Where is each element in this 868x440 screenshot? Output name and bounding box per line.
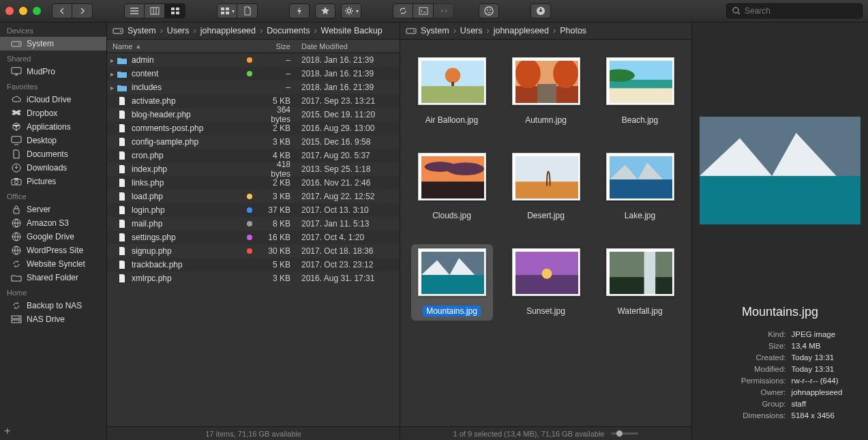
svg-point-33 — [120, 31, 121, 32]
file-list: ▸admin–2018. Jan 16. 21:39▸content–2018.… — [107, 53, 400, 426]
breadcrumb-item[interactable]: System — [421, 26, 449, 35]
sidebar-item-wordpress-site[interactable]: WordPress Site — [0, 244, 106, 257]
thumbnail-frame — [512, 248, 580, 296]
close-window-button[interactable] — [5, 7, 14, 15]
sidebar-item-website-synclet[interactable]: Website Synclet — [0, 257, 106, 271]
sidebar-item-system[interactable]: System — [0, 37, 106, 50]
file-size: – — [255, 83, 297, 92]
thumbnail-item[interactable]: Lake.jpg — [599, 149, 681, 225]
sync-button[interactable] — [393, 3, 413, 18]
thumbnail-item[interactable]: Mountains.jpg — [411, 244, 493, 321]
disclosure-triangle-icon[interactable]: ▸ — [107, 57, 117, 64]
file-row[interactable]: settings.php16 KB2017. Oct 4. 1:20 — [107, 231, 400, 244]
new-file-button[interactable] — [237, 3, 258, 18]
col-size[interactable]: Size — [244, 42, 297, 50]
file-row[interactable]: ▸includes–2018. Jan 16. 21:39 — [107, 80, 400, 94]
zoom-window-button[interactable] — [33, 7, 41, 15]
file-row[interactable]: links.php2 KB2016. Nov 21. 2:46 — [107, 176, 400, 190]
view-icons-button[interactable] — [165, 3, 185, 18]
thumbnail-item[interactable]: Sunset.jpg — [505, 244, 587, 321]
file-row[interactable]: ▸content–2018. Jan 16. 21:39 — [107, 67, 400, 80]
sidebar-item-applications[interactable]: Applications — [0, 120, 106, 134]
add-location-button[interactable]: + — [4, 425, 10, 437]
breadcrumb-item[interactable]: johnappleseed — [200, 26, 256, 35]
thumbnail-item[interactable]: Autumn.jpg — [505, 53, 587, 130]
file-row[interactable]: ▸admin–2018. Jan 16. 21:39 — [107, 53, 400, 67]
sidebar-item-label: WordPress Site — [27, 246, 83, 255]
file-name: xmlrpc.php — [132, 274, 244, 283]
breadcrumb-item[interactable]: Users — [167, 26, 190, 35]
file-row[interactable]: activate.php5 KB2017. Sep 23. 13:21 — [107, 94, 400, 108]
preview-title: Mountains.jpg — [742, 305, 818, 319]
arrange-button[interactable]: ▾ — [217, 3, 237, 18]
sidebar-item-downloads[interactable]: Downloads — [0, 161, 106, 175]
sidebar-item-shared-folder[interactable]: Shared Folder — [0, 271, 106, 284]
file-date: 2017. Oct 4. 1:20 — [297, 233, 400, 242]
file-row[interactable]: signup.php30 KB2017. Oct 18. 18:36 — [107, 244, 400, 258]
breadcrumb-item[interactable]: Website Backup — [321, 26, 383, 35]
file-row[interactable]: index.php418 bytes2013. Sep 25. 1:18 — [107, 162, 400, 176]
batch-button[interactable] — [434, 3, 454, 18]
thumbnail-item[interactable]: Beach.jpg — [599, 53, 681, 130]
search-field[interactable] — [726, 3, 863, 18]
breadcrumb-item[interactable]: johnappleseed — [494, 26, 549, 35]
thumbnail-item[interactable]: Desert.jpg — [505, 149, 587, 225]
sidebar-item-pictures[interactable]: Pictures — [0, 175, 106, 188]
disclosure-triangle-icon[interactable]: ▸ — [107, 84, 117, 91]
thumbnail-item[interactable]: Air Balloon.jpg — [411, 53, 493, 130]
search-input[interactable] — [745, 6, 856, 16]
file-date: 2015. Dec 16. 9:58 — [297, 137, 400, 147]
back-button[interactable] — [52, 3, 72, 18]
sidebar-item-server[interactable]: Server — [0, 203, 106, 216]
quick-action-button[interactable] — [289, 3, 310, 18]
thumbnail-item[interactable]: Waterfall.jpg — [599, 244, 681, 321]
sidebar-item-nas-drive[interactable]: NAS Drive — [0, 312, 106, 326]
svg-point-17 — [18, 44, 20, 45]
sidebar-item-desktop[interactable]: Desktop — [0, 134, 106, 147]
col-name[interactable]: Name — [113, 42, 132, 50]
disclosure-triangle-icon[interactable]: ▸ — [107, 70, 117, 78]
file-size: 418 bytes — [255, 160, 297, 179]
breadcrumb-item[interactable]: Photos — [560, 26, 586, 35]
sidebar-item-google-drive[interactable]: Google Drive — [0, 230, 106, 244]
col-date[interactable]: Date Modified — [297, 42, 400, 50]
file-row[interactable]: trackback.php5 KB2017. Oct 23. 23:12 — [107, 258, 400, 272]
view-columns-button[interactable] — [145, 3, 165, 18]
list-breadcrumb[interactable]: System›Users›johnappleseed›Documents›Web… — [107, 23, 400, 40]
view-list-button[interactable] — [124, 3, 145, 18]
file-row[interactable]: comments-post.php2 KB2016. Aug 29. 13:00 — [107, 121, 400, 135]
file-size: 2 KB — [255, 178, 297, 188]
sidebar-item-amazon-s3[interactable]: Amazon S3 — [0, 216, 106, 230]
grid-breadcrumb[interactable]: System›Users›johnappleseed›Photos — [400, 23, 691, 40]
forward-button[interactable] — [72, 3, 93, 18]
file-row[interactable]: cron.php4 KB2017. Aug 20. 5:37 — [107, 149, 400, 162]
emoji-button[interactable] — [479, 3, 499, 18]
sidebar-item-mudpro[interactable]: MudPro — [0, 65, 106, 78]
terminal-button[interactable] — [413, 3, 434, 18]
breadcrumb-item[interactable]: Users — [460, 26, 483, 35]
sidebar-item-backup-to-nas[interactable]: Backup to NAS — [0, 299, 106, 312]
file-row[interactable]: mail.php8 KB2017. Jan 11. 5:13 — [107, 217, 400, 231]
breadcrumb-item[interactable]: System — [128, 26, 156, 35]
file-name: blog-header.php — [132, 110, 244, 119]
globe-icon — [11, 232, 22, 241]
file-icon — [117, 192, 128, 201]
file-row[interactable]: load.php3 KB2017. Aug 22. 12:52 — [107, 190, 400, 203]
file-row[interactable]: xmlrpc.php3 KB2016. Aug 31. 17:31 — [107, 272, 400, 285]
sidebar-item-documents[interactable]: Documents — [0, 147, 106, 161]
thumbnail-item[interactable]: Clouds.jpg — [411, 149, 493, 225]
file-row[interactable]: login.php37 KB2017. Oct 13. 3:10 — [107, 203, 400, 217]
breadcrumb-item[interactable]: Documents — [267, 26, 310, 35]
favorite-button[interactable] — [315, 3, 335, 18]
file-row[interactable]: config-sample.php3 KB2015. Dec 16. 9:58 — [107, 135, 400, 149]
sidebar-item-icloud-drive[interactable]: iCloud Drive — [0, 93, 106, 106]
minimize-window-button[interactable] — [19, 7, 27, 15]
column-headers[interactable]: Name▴ Size Date Modified — [107, 40, 400, 53]
sidebar-item-dropbox[interactable]: Dropbox — [0, 106, 106, 120]
thumbnail-label: Autumn.jpg — [522, 115, 570, 126]
thumbnail-size-slider[interactable] — [611, 432, 638, 435]
file-row[interactable]: blog-header.php364 bytes2015. Dec 19. 11… — [107, 108, 400, 121]
breadcrumb-separator: › — [453, 26, 456, 35]
settings-button[interactable]: ▾ — [341, 3, 361, 18]
download-button[interactable] — [530, 3, 551, 18]
